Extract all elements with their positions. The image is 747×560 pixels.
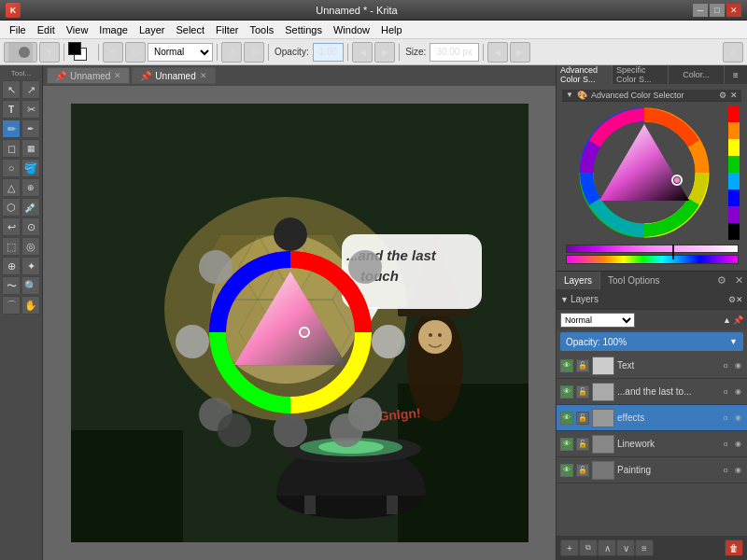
- canvas-tab-2[interactable]: 📌 Unnamed ✕: [132, 67, 215, 84]
- menu-select[interactable]: Select: [170, 22, 210, 37]
- layer-item[interactable]: 👁 🔓 effects α ◉: [557, 405, 747, 431]
- layer-alpha-lock[interactable]: α: [720, 413, 731, 424]
- layer-down-btn[interactable]: ∨: [616, 539, 635, 556]
- eraser-btn[interactable]: ◻: [125, 42, 146, 63]
- layers-collapse-2[interactable]: ▲: [723, 315, 731, 325]
- pan-tool[interactable]: ✋: [21, 296, 40, 315]
- opacity-right[interactable]: ▶: [374, 42, 395, 63]
- layers-tab[interactable]: Layers: [557, 272, 600, 289]
- layer-lock[interactable]: 🔓: [576, 438, 589, 451]
- layer-filter[interactable]: ◉: [732, 386, 743, 398]
- layer-item[interactable]: 👁 🔓 Text α ◉: [557, 353, 747, 379]
- layers-settings[interactable]: ⚙: [728, 295, 736, 304]
- close-button[interactable]: ✕: [726, 4, 741, 17]
- layer-visibility[interactable]: 👁: [560, 385, 573, 399]
- move-tool[interactable]: ⊕: [2, 257, 21, 275]
- menu-help[interactable]: Help: [375, 22, 408, 37]
- smart-patch-tool[interactable]: ⊕: [21, 178, 40, 197]
- select-tool[interactable]: ↖: [2, 80, 21, 99]
- layer-alpha-lock[interactable]: α: [720, 465, 731, 476]
- color-wheel-container[interactable]: [564, 105, 725, 240]
- menu-file[interactable]: File: [4, 22, 32, 37]
- tool-options-tab[interactable]: Tool Options: [600, 272, 668, 289]
- contig-sel[interactable]: ⊙: [21, 217, 40, 236]
- cs-settings[interactable]: ⚙: [719, 91, 726, 100]
- menu-filter[interactable]: Filter: [210, 22, 244, 37]
- fill-tool[interactable]: 🪣: [21, 159, 40, 177]
- layers-close[interactable]: ✕: [736, 295, 743, 304]
- layer-visibility[interactable]: 👁: [560, 359, 573, 372]
- layer-item[interactable]: 👁 🔓 ...and the last to... α ◉: [557, 379, 747, 405]
- tab-2-close[interactable]: ✕: [200, 71, 207, 80]
- swatch-red[interactable]: [728, 105, 740, 122]
- lasso-tool[interactable]: ⌒: [2, 296, 21, 315]
- size-value[interactable]: 30.00 px: [430, 43, 478, 62]
- layer-lock[interactable]: 🔓: [576, 412, 589, 425]
- menu-edit[interactable]: Edit: [32, 22, 61, 37]
- ellipse-tool[interactable]: ○: [2, 159, 21, 177]
- menu-image[interactable]: Image: [93, 22, 134, 37]
- layer-item[interactable]: 👁 🔓 Painting α ◉: [557, 457, 747, 483]
- swatch-blue[interactable]: [728, 189, 740, 206]
- menu-layer[interactable]: Layer: [134, 22, 171, 37]
- swatch-purple[interactable]: [728, 206, 740, 223]
- rect-tool[interactable]: ◻: [2, 139, 21, 158]
- calligraphy-tool[interactable]: ✒: [21, 119, 40, 138]
- flow-btn[interactable]: ⟲: [103, 42, 123, 63]
- more-options-btn[interactable]: ≡: [723, 42, 743, 63]
- opacity-left[interactable]: ◀: [352, 42, 373, 63]
- panel-tab-color[interactable]: Color...: [669, 65, 725, 84]
- layer-options-btn[interactable]: ≡: [635, 539, 654, 556]
- layer-up-btn[interactable]: ∧: [598, 539, 616, 556]
- minimize-button[interactable]: ─: [693, 4, 708, 17]
- layers-collapse[interactable]: ▼: [560, 295, 569, 304]
- layer-blend-mode[interactable]: Normal: [560, 313, 635, 328]
- freehand-sel[interactable]: ↩: [2, 217, 21, 236]
- swatch-cyan[interactable]: [728, 173, 740, 189]
- panel-tab-advanced-color[interactable]: Advanced Color S...: [557, 65, 613, 84]
- color-strip-2[interactable]: [566, 255, 739, 264]
- panel-options-btn[interactable]: ≡: [725, 65, 747, 84]
- layer-filter[interactable]: ◉: [732, 413, 743, 424]
- layer-filter[interactable]: ◉: [732, 360, 743, 371]
- reset-btn[interactable]: ↺: [221, 42, 242, 63]
- swatch-black[interactable]: [728, 223, 740, 240]
- swatch-orange[interactable]: [728, 122, 740, 139]
- transform-tool[interactable]: ↗: [21, 80, 40, 99]
- rect-sel[interactable]: ⬚: [2, 237, 21, 256]
- layer-filter[interactable]: ◉: [732, 465, 743, 476]
- panel-close-btn[interactable]: ✕: [730, 272, 747, 288]
- tab-1-close[interactable]: ✕: [114, 71, 121, 80]
- polygon-tool[interactable]: △: [2, 178, 21, 197]
- swatch-yellow[interactable]: [728, 139, 740, 156]
- panel-tab-specific-color[interactable]: Specific Color S...: [613, 65, 669, 84]
- freehand-path[interactable]: 〜: [2, 276, 21, 295]
- fg-color[interactable]: [68, 42, 81, 55]
- menu-view[interactable]: View: [61, 22, 94, 37]
- cs-close[interactable]: ✕: [730, 91, 738, 100]
- brush-preset-preview[interactable]: [4, 42, 37, 63]
- layer-copy-btn[interactable]: ⧉: [579, 539, 598, 556]
- zoom-tool[interactable]: 🔍: [21, 276, 40, 295]
- layer-lock[interactable]: 🔓: [576, 359, 589, 372]
- delete-layer-btn[interactable]: 🗑: [725, 539, 743, 556]
- maximize-button[interactable]: □: [710, 4, 725, 17]
- brush-config-btn[interactable]: ▼: [39, 42, 60, 63]
- panel-settings-btn[interactable]: ⚙: [713, 272, 730, 288]
- size-left[interactable]: ◀: [487, 42, 508, 63]
- blend-mode-select[interactable]: Normal Multiply Screen: [148, 43, 213, 62]
- menu-settings[interactable]: Settings: [279, 22, 328, 37]
- layer-alpha-lock[interactable]: α: [720, 386, 731, 398]
- layer-alpha-lock[interactable]: α: [720, 360, 731, 371]
- opacity-value[interactable]: 1.00: [313, 43, 344, 62]
- layer-visibility[interactable]: 👁: [560, 438, 573, 451]
- layers-pin[interactable]: 📌: [733, 315, 743, 325]
- text-tool[interactable]: T: [2, 100, 21, 119]
- size-right[interactable]: ▶: [510, 42, 530, 63]
- path-tool[interactable]: ✦: [21, 257, 40, 275]
- settings-btn[interactable]: ⚙: [244, 42, 264, 63]
- layer-alpha-lock[interactable]: α: [720, 439, 731, 450]
- layer-lock[interactable]: 🔓: [576, 464, 589, 477]
- menu-tools[interactable]: Tools: [245, 22, 280, 37]
- crop-tool[interactable]: ✂: [21, 100, 40, 119]
